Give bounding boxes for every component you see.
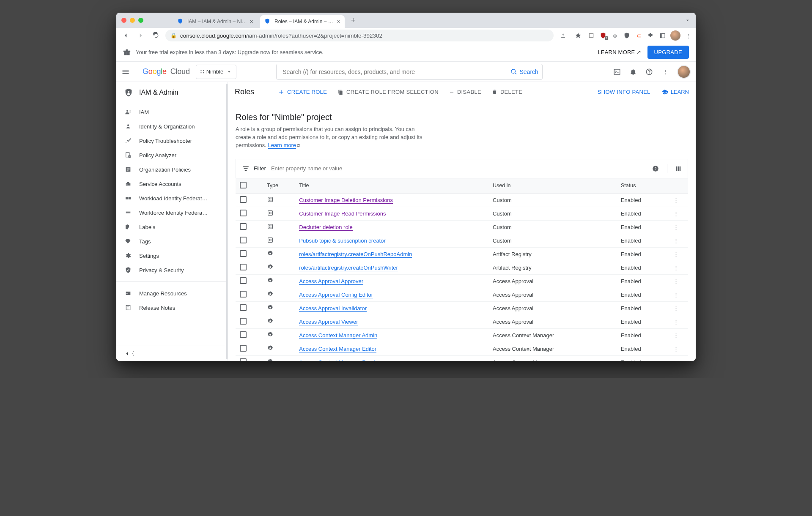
row-checkbox[interactable] <box>240 277 247 284</box>
role-title-link[interactable]: Customer Image Deletion Permissions <box>299 197 393 204</box>
learn-more-button[interactable]: LEARN MORE ↗ <box>598 49 641 55</box>
row-checkbox[interactable] <box>240 210 247 216</box>
browser-profile-avatar[interactable] <box>670 30 680 41</box>
tab-overflow-button[interactable] <box>685 17 691 23</box>
sidebar-item[interactable]: IAM <box>116 105 228 119</box>
tab-close-button[interactable]: × <box>337 19 340 25</box>
notifications-button[interactable] <box>629 68 637 76</box>
role-title-link[interactable]: Pubsub topic & subscription creator <box>299 238 386 244</box>
sidebar-item[interactable]: Tags <box>116 234 228 248</box>
search-input[interactable] <box>277 64 506 79</box>
role-title-link[interactable]: Access Approval Approver <box>299 278 363 285</box>
column-header-status[interactable]: Status <box>617 178 664 194</box>
nav-menu-button[interactable] <box>121 68 137 76</box>
sidebar-item[interactable]: Manage Resources <box>116 286 228 300</box>
learn-more-link[interactable]: Learn more <box>268 142 296 149</box>
upgrade-button[interactable]: UPGRADE <box>647 46 689 59</box>
sidebar-item[interactable]: Service Accounts <box>116 177 228 191</box>
create-from-selection-button[interactable]: CREATE ROLE FROM SELECTION <box>334 86 442 98</box>
google-cloud-logo[interactable]: Google Cloud <box>143 67 190 76</box>
role-title-link[interactable]: Declutter deletion role <box>299 224 352 231</box>
side-panel-icon[interactable] <box>658 32 666 39</box>
role-title-link[interactable]: Access Approval Invalidator <box>299 305 367 312</box>
row-checkbox[interactable] <box>240 318 247 325</box>
role-title-link[interactable]: Access Context Manager Reader <box>299 359 380 361</box>
role-title-link[interactable]: roles/artifactregistry.createOnPushWrite… <box>299 265 398 271</box>
browser-back-button[interactable] <box>120 30 132 41</box>
help-button[interactable] <box>645 68 653 76</box>
extension-icon[interactable]: ☺ <box>611 32 619 39</box>
row-checkbox[interactable] <box>240 237 247 243</box>
row-actions-button[interactable]: ⋮ <box>664 247 688 261</box>
extension-icon[interactable] <box>623 32 631 39</box>
sidebar-item[interactable]: Workforce Identity Federa… <box>116 205 228 220</box>
share-button[interactable] <box>557 30 569 41</box>
sidebar-item[interactable]: Organization Policies <box>116 162 228 177</box>
chrome-menu-button[interactable]: ⋮ <box>685 32 692 39</box>
column-picker-button[interactable] <box>675 165 682 172</box>
role-title-link[interactable]: Access Context Manager Editor <box>299 346 376 352</box>
learn-button[interactable]: LEARN <box>661 89 689 96</box>
window-zoom-icon[interactable] <box>138 18 143 23</box>
delete-button[interactable]: DELETE <box>488 86 526 98</box>
row-actions-button[interactable]: ⋮ <box>664 342 688 355</box>
role-title-link[interactable]: Customer Image Read Permissions <box>299 210 386 217</box>
row-checkbox[interactable] <box>240 264 247 270</box>
more-button[interactable]: ⋮ <box>661 68 669 76</box>
row-actions-button[interactable]: ⋮ <box>664 193 688 207</box>
select-all-checkbox[interactable] <box>240 182 247 188</box>
sidebar-collapse-button[interactable]: 〈 <box>116 346 228 361</box>
sidebar-item[interactable]: Settings <box>116 248 228 263</box>
sidebar-item[interactable]: Privacy & Security <box>116 263 228 277</box>
disable-button[interactable]: DISABLE <box>445 86 485 98</box>
extension-icon[interactable]: ⊂ <box>635 32 642 39</box>
tab-close-button[interactable]: × <box>250 19 253 25</box>
row-actions-button[interactable]: ⋮ <box>664 301 688 315</box>
extension-icon[interactable] <box>587 32 595 39</box>
window-minimize-icon[interactable] <box>130 18 135 23</box>
browser-forward-button[interactable] <box>135 30 147 41</box>
sidebar-item[interactable]: Policy Analyzer <box>116 148 228 162</box>
ublock-icon[interactable]: 2 <box>599 32 607 39</box>
role-title-link[interactable]: roles/artifactregistry.createOnPushRepoA… <box>299 251 412 258</box>
sidebar-item[interactable]: Identity & Organization <box>116 119 228 134</box>
row-checkbox[interactable] <box>240 196 247 203</box>
cloud-shell-button[interactable] <box>613 68 621 76</box>
row-checkbox[interactable] <box>240 345 247 352</box>
row-actions-button[interactable]: ⋮ <box>664 328 688 342</box>
create-role-button[interactable]: CREATE ROLE <box>274 86 330 98</box>
row-checkbox[interactable] <box>240 223 247 230</box>
sidebar-item[interactable]: Release Notes <box>116 300 228 315</box>
address-field[interactable]: 🔒 console.cloud.google.com/iam-admin/rol… <box>165 30 554 41</box>
filter-help-button[interactable]: ? <box>652 165 659 172</box>
row-checkbox[interactable] <box>240 250 247 257</box>
row-actions-button[interactable]: ⋮ <box>664 288 688 301</box>
search-button[interactable]: Search <box>506 64 542 79</box>
browser-reload-button[interactable] <box>150 30 162 41</box>
row-checkbox[interactable] <box>240 331 247 338</box>
column-header-title[interactable]: Title <box>295 178 488 194</box>
project-selector[interactable]: ∷ Nimble <box>196 65 236 79</box>
row-checkbox[interactable] <box>240 304 247 311</box>
column-header-used-in[interactable]: Used in <box>488 178 617 194</box>
row-actions-button[interactable]: ⋮ <box>664 355 688 361</box>
sidebar-item[interactable]: Workload Identity Federat… <box>116 191 228 205</box>
filter-input[interactable] <box>270 165 647 172</box>
sidebar-item[interactable]: Labels <box>116 220 228 234</box>
column-header-type[interactable]: Type <box>263 178 295 194</box>
show-info-panel-button[interactable]: SHOW INFO PANEL <box>594 86 654 98</box>
row-actions-button[interactable]: ⋮ <box>664 207 688 220</box>
account-avatar[interactable] <box>677 65 691 79</box>
bookmark-button[interactable] <box>572 30 584 41</box>
role-title-link[interactable]: Access Context Manager Admin <box>299 332 377 339</box>
window-close-icon[interactable] <box>121 18 126 23</box>
row-checkbox[interactable] <box>240 291 247 298</box>
browser-tab[interactable]: Roles – IAM & Admin – Nimble… × <box>260 15 345 28</box>
browser-tab[interactable]: IAM – IAM & Admin – Nimble … × <box>173 15 258 28</box>
extensions-menu-icon[interactable] <box>647 32 654 39</box>
row-actions-button[interactable]: ⋮ <box>664 274 688 288</box>
new-tab-button[interactable]: + <box>347 14 359 26</box>
role-title-link[interactable]: Access Approval Config Editor <box>299 292 373 298</box>
row-actions-button[interactable]: ⋮ <box>664 315 688 328</box>
row-actions-button[interactable]: ⋮ <box>664 234 688 247</box>
